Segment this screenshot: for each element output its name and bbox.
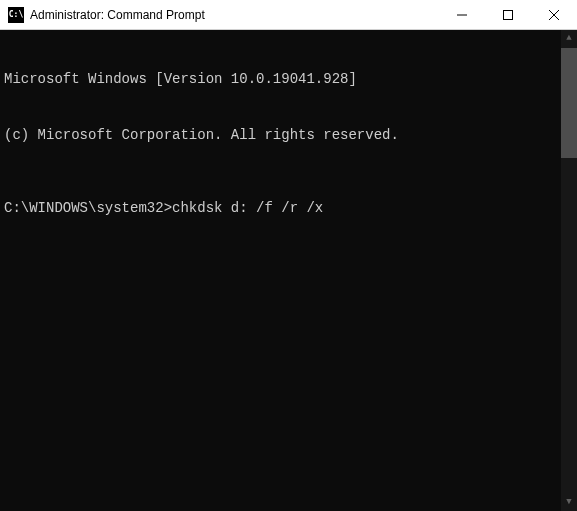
console-area[interactable]: Microsoft Windows [Version 10.0.19041.92… <box>0 30 577 511</box>
window-title: Administrator: Command Prompt <box>30 8 439 22</box>
console-output-line: Microsoft Windows [Version 10.0.19041.92… <box>4 70 573 89</box>
minimize-icon <box>457 10 467 20</box>
cmd-icon: C:\ <box>8 7 24 23</box>
console-command-input[interactable]: chkdsk d: /f /r /x <box>172 200 323 216</box>
close-icon <box>549 10 559 20</box>
svg-rect-1 <box>504 10 513 19</box>
window-controls <box>439 0 577 29</box>
console-output-line: (c) Microsoft Corporation. All rights re… <box>4 126 573 145</box>
scroll-down-arrow-icon[interactable]: ▼ <box>561 494 577 511</box>
scroll-up-arrow-icon[interactable]: ▲ <box>561 30 577 47</box>
close-button[interactable] <box>531 0 577 29</box>
maximize-button[interactable] <box>485 0 531 29</box>
console-prompt-line: C:\WINDOWS\system32>chkdsk d: /f /r /x <box>4 199 573 218</box>
scroll-thumb[interactable] <box>561 48 577 158</box>
vertical-scrollbar[interactable]: ▲ ▼ <box>561 30 577 511</box>
titlebar: C:\ Administrator: Command Prompt <box>0 0 577 30</box>
minimize-button[interactable] <box>439 0 485 29</box>
console-prompt: C:\WINDOWS\system32> <box>4 200 172 216</box>
maximize-icon <box>503 10 513 20</box>
